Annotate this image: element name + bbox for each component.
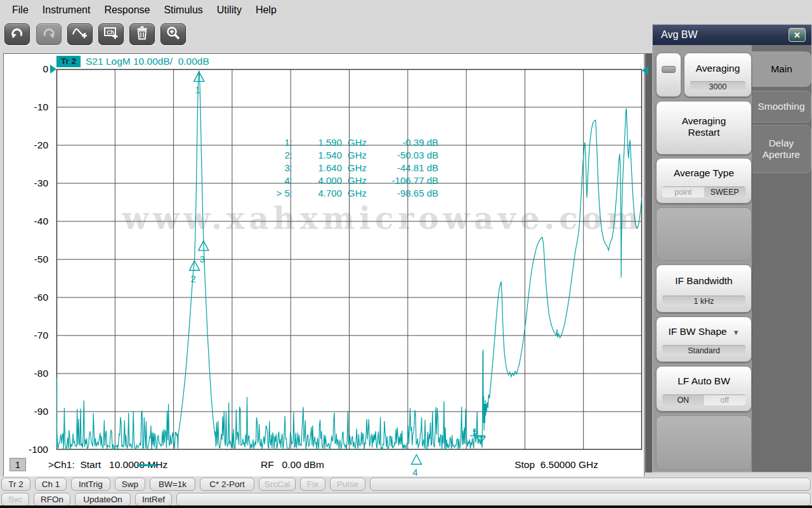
y-tick--100: -100	[15, 443, 48, 456]
marker-1-label: 1	[195, 84, 200, 95]
lf-auto-bw-label: LF Auto BW	[657, 375, 751, 387]
lf-auto-bw-option-on[interactable]: ON	[662, 395, 704, 405]
marker-row-1: 1:1.590GHz-0.39 dB	[261, 136, 438, 149]
plot-markers[interactable]: 12345	[190, 72, 485, 478]
toolbar: Ch	[0, 20, 650, 51]
tab-delay-aperture[interactable]: Delay Aperture	[752, 125, 811, 173]
averaging-label: Averaging	[684, 63, 751, 74]
status-row-2: SvcRFOnUpdateOnIntRef	[1, 493, 811, 506]
add-trace-icon	[72, 25, 88, 44]
status-inttrig[interactable]: IntTrig	[71, 478, 110, 491]
menu-item-stimulus[interactable]: Stimulus	[157, 1, 209, 19]
undo-icon	[9, 25, 25, 44]
dropdown-arrow-icon: ▼	[733, 329, 740, 336]
window-bottom-edge	[0, 505, 812, 508]
lf-auto-bw-option-off[interactable]: off	[704, 395, 746, 405]
trace-badge[interactable]: Tr 2	[56, 56, 81, 67]
undo-button[interactable]	[4, 23, 30, 45]
status-intref[interactable]: IntRef	[135, 493, 172, 506]
avg-bw-panel: Avg BW ✕ MainSmoothingDelay Aperture Ave…	[652, 24, 812, 472]
lf-auto-bw-segment[interactable]: ON off	[662, 394, 745, 405]
panel-title: Avg BW	[661, 29, 698, 41]
marker-3-label: 3	[200, 254, 205, 264]
zoom-in-button[interactable]	[160, 23, 186, 45]
stimulus-stop-label: Stop 6.50000 GHz	[483, 459, 598, 471]
status-rfon[interactable]: RFOn	[34, 493, 70, 506]
marker-mnum: 3:	[261, 162, 292, 174]
if-bw-shape-value[interactable]: Standard	[662, 345, 745, 356]
status-c-2-port[interactable]: C* 2-Port	[200, 478, 254, 491]
marker-mfreq: 4.700	[292, 187, 342, 200]
menu-item-utility[interactable]: Utility	[210, 1, 249, 19]
marker-row-4: 4:4.000GHz-106.77 dB	[261, 174, 438, 187]
if-bandwidth-button[interactable]: IF Bandwidth 1 kHz	[656, 264, 752, 313]
panel-tab-strip: MainSmoothingDelay Aperture	[752, 45, 811, 472]
y-tick--20: -20	[15, 139, 48, 152]
add-channel-icon: Ch	[103, 25, 119, 44]
averaging-led-indicator	[662, 66, 676, 73]
status-bw-1k[interactable]: BW=1k	[150, 478, 195, 491]
grid-lines	[56, 69, 642, 450]
delete-button[interactable]	[129, 23, 155, 45]
ref-level-indicator-left[interactable]	[50, 65, 56, 74]
average-type-segment[interactable]: point SWEEP	[662, 186, 745, 197]
zoom-in-icon	[165, 25, 181, 44]
status-srccal: SrcCal	[259, 478, 296, 491]
averaging-restart-button[interactable]: Averaging Restart	[656, 101, 752, 155]
menu-item-help[interactable]: Help	[249, 1, 284, 19]
status-ch-1[interactable]: Ch 1	[35, 478, 67, 491]
marker-mnum: 2:	[261, 149, 292, 162]
average-type-option-sweep[interactable]: SWEEP	[704, 187, 746, 197]
menu-item-file[interactable]: File	[5, 1, 36, 19]
if-bw-shape-button[interactable]: IF BW Shape▼ Standard	[656, 316, 752, 362]
marker-mfreq: 4.000	[292, 174, 342, 187]
chart-canvas: 12345	[56, 69, 656, 481]
status-pulse: Pulse	[330, 478, 365, 491]
status-svc: Svc	[1, 493, 29, 506]
channel-badge[interactable]: 1	[10, 458, 26, 471]
menu-item-response[interactable]: Response	[97, 1, 157, 19]
add-channel-button[interactable]: Ch	[98, 23, 124, 45]
panel-body: MainSmoothingDelay Aperture Averaging 30…	[653, 45, 811, 472]
rf-power-label: RF 0.00 dBm	[261, 459, 324, 471]
marker-row-5: > 5:4.700GHz-98.65 dB	[261, 187, 438, 200]
y-tick-0: 0	[15, 63, 48, 75]
close-icon[interactable]: ✕	[789, 28, 806, 42]
average-type-label: Average Type	[657, 167, 751, 179]
if-bandwidth-value[interactable]: 1 kHz	[662, 296, 745, 306]
averaging-toggle-button[interactable]	[656, 53, 681, 97]
averaging-button[interactable]: Averaging 3000	[684, 53, 752, 97]
marker-munit: GHz	[342, 187, 371, 200]
averaging-value[interactable]: 3000	[690, 81, 745, 92]
marker-mnum: 1:	[261, 136, 292, 149]
trace-color-dash	[137, 464, 157, 466]
lf-auto-bw-button[interactable]: LF Auto BW ON off	[656, 366, 752, 412]
trace-header[interactable]: Tr 2 S21 LogM 10.00dB/ 0.00dB	[56, 56, 209, 67]
status-fix: Fix	[300, 478, 325, 491]
y-tick--30: -30	[15, 177, 48, 190]
average-type-button[interactable]: Average Type point SWEEP	[656, 158, 752, 204]
status-updateon[interactable]: UpdateOn	[75, 493, 131, 506]
menu-item-instrument[interactable]: Instrument	[36, 1, 98, 19]
y-tick--80: -80	[15, 367, 48, 380]
redo-icon	[41, 25, 57, 44]
y-tick--90: -90	[15, 405, 48, 418]
marker-mval: -98.65 dB	[371, 187, 438, 200]
marker-mfreq: 1.540	[292, 149, 342, 162]
marker-mval: -50.03 dB	[371, 149, 438, 162]
y-tick--50: -50	[15, 253, 48, 266]
status-filler	[176, 493, 811, 506]
plot-footer: 1 >Ch1: Start 10.0000 MHz RF 0.00 dBm St…	[4, 456, 644, 476]
average-type-option-point[interactable]: point	[662, 187, 704, 197]
tab-main[interactable]: Main	[752, 51, 811, 87]
menu-bar: FileInstrumentResponseStimulusUtilityHel…	[0, 0, 812, 20]
marker-readout-table: 1:1.590GHz-0.39 dB2:1.540GHz-50.03 dB3:1…	[261, 136, 438, 200]
tab-smoothing[interactable]: Smoothing	[752, 91, 811, 122]
marker-mval: -44.81 dB	[371, 162, 438, 174]
status-tr-2[interactable]: Tr 2	[1, 478, 30, 491]
add-trace-button[interactable]	[67, 23, 93, 45]
marker-row-3: 3:1.640GHz-44.81 dB	[261, 162, 438, 174]
marker-mfreq: 1.640	[292, 162, 342, 174]
status-swp[interactable]: Swp	[115, 478, 145, 491]
plot-panel: Tr 2 S21 LogM 10.00dB/ 0.00dB 0-10-20-30…	[3, 53, 645, 479]
